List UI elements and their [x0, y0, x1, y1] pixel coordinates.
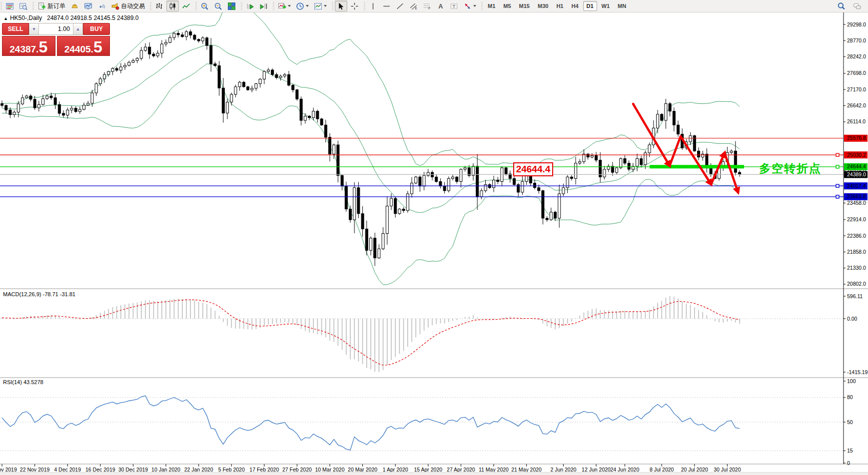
timeframe-m5-button[interactable]: M5: [500, 1, 514, 11]
search-button[interactable]: [835, 0, 848, 11]
publish-chart-button[interactable]: [82, 0, 94, 11]
buy-button[interactable]: BUY: [83, 23, 110, 35]
line-drag-handle[interactable]: [836, 153, 839, 156]
signals-button[interactable]: [95, 0, 108, 11]
candle: [423, 175, 425, 186]
market-watch-button[interactable]: [3, 0, 16, 11]
candle: [661, 114, 663, 120]
candle: [365, 229, 368, 250]
arrows-button[interactable]: [461, 0, 478, 11]
price-level-line[interactable]: [0, 195, 844, 198]
price-level-line[interactable]: [0, 153, 844, 156]
zoom-in-button[interactable]: [198, 0, 211, 11]
fibonacci-button[interactable]: F: [421, 0, 433, 11]
volume-value[interactable]: 1.00: [39, 23, 73, 34]
candle: [17, 104, 19, 112]
candle: [1, 103, 3, 105]
text-label-button[interactable]: T: [448, 0, 460, 11]
new-order-button[interactable]: 新订单: [35, 0, 67, 11]
candle: [83, 105, 85, 109]
volume-decrease-button[interactable]: ▼: [29, 23, 39, 34]
auto-scroll-button[interactable]: [244, 0, 256, 11]
line-drag-handle[interactable]: [836, 184, 839, 187]
chart-canvas[interactable]: 29298.028770.028242.027698.027170.026642…: [0, 0, 868, 475]
candle: [267, 70, 270, 71]
candle: [398, 209, 401, 214]
timeframe-d1-button[interactable]: D1: [583, 1, 597, 11]
collapse-panel-icon[interactable]: ▲: [3, 16, 8, 21]
funds-icon: [70, 2, 79, 10]
funds-button[interactable]: [68, 0, 81, 11]
autotrading-button[interactable]: 自动交易: [109, 0, 147, 11]
new-order-label: 新订单: [47, 2, 65, 10]
data-window-button[interactable]: [17, 0, 29, 11]
bar-chart-style-button[interactable]: [153, 0, 165, 11]
indicators-icon: [278, 2, 286, 10]
candle: [345, 186, 347, 209]
price-level-line[interactable]: [0, 184, 844, 187]
line-drag-handle[interactable]: [836, 195, 839, 198]
candle: [562, 188, 565, 194]
turning-point-annotation[interactable]: 多空转折点: [759, 161, 822, 176]
candle: [124, 65, 126, 67]
chevron-down-icon[interactable]: [288, 5, 291, 7]
sell-button[interactable]: SELL: [2, 23, 29, 35]
templates-button[interactable]: [312, 0, 329, 11]
timeframe-h4-button[interactable]: H4: [568, 1, 582, 11]
timeframe-h1-button[interactable]: H1: [553, 1, 567, 11]
tile-windows-button[interactable]: [225, 0, 238, 11]
candle: [95, 84, 97, 93]
buy-price-button[interactable]: 24405.5: [57, 36, 110, 56]
timeframe-m1-button[interactable]: M1: [484, 1, 499, 11]
toolbar-group: [272, 0, 331, 12]
candle: [570, 177, 573, 178]
rsi-axis-tick: 100: [847, 378, 856, 384]
line-drag-handle[interactable]: [836, 165, 839, 168]
candle: [189, 32, 192, 35]
crosshair-button[interactable]: [348, 0, 361, 11]
chevron-down-icon[interactable]: [473, 5, 476, 7]
timeframe-w1-button[interactable]: W1: [598, 1, 614, 11]
volume-increase-button[interactable]: ▲: [73, 23, 83, 34]
periods-button[interactable]: [294, 0, 311, 11]
timeframe-m30-button[interactable]: M30: [534, 1, 552, 11]
timeframe-mn-button[interactable]: MN: [614, 1, 630, 11]
price-axis-tick: 28770.0: [847, 37, 866, 43]
cursor-button[interactable]: [335, 0, 347, 11]
text-button[interactable]: A: [434, 0, 447, 11]
rsi-line: [2, 396, 740, 450]
line-chart-style-button[interactable]: [180, 0, 192, 11]
bar-chart-style-icon: [155, 2, 163, 10]
candle: [87, 103, 89, 105]
candle: [378, 249, 380, 258]
price-level-label: 25576.8: [844, 135, 868, 142]
chat-button[interactable]: [851, 0, 864, 11]
candle: [579, 162, 581, 163]
vertical-line-button[interactable]: [367, 0, 379, 11]
candle: [419, 177, 421, 186]
candle: [427, 172, 429, 175]
trend-arrow[interactable]: [633, 104, 670, 166]
horizontal-line-button[interactable]: [380, 0, 393, 11]
svg-text:E: E: [415, 6, 417, 10]
trend-arrow[interactable]: [670, 136, 681, 166]
sell-price-button[interactable]: 24387.5: [2, 36, 55, 56]
equidistant-channel-button[interactable]: E: [407, 0, 420, 11]
chevron-down-icon[interactable]: [306, 5, 309, 7]
price-axis-tick: 22386.0: [847, 233, 866, 239]
price-level-label: 25030.2: [844, 151, 868, 158]
candle: [464, 168, 466, 169]
timeframe-m15-button[interactable]: M15: [516, 1, 533, 11]
candle: [210, 45, 212, 64]
indicators-button[interactable]: [276, 0, 293, 11]
trendline-button[interactable]: [394, 0, 406, 11]
price-axis-tick: 21858.0: [847, 249, 866, 255]
price-annotation-box[interactable]: 24644.4: [513, 162, 553, 176]
candlestick-style-button[interactable]: [166, 0, 179, 11]
trend-arrow[interactable]: [711, 153, 725, 184]
zoom-out-button[interactable]: [212, 0, 224, 11]
main-price-pane: [1, 5, 741, 285]
candle: [329, 137, 331, 154]
chart-shift-button[interactable]: [257, 0, 270, 11]
chevron-down-icon[interactable]: [324, 5, 327, 7]
